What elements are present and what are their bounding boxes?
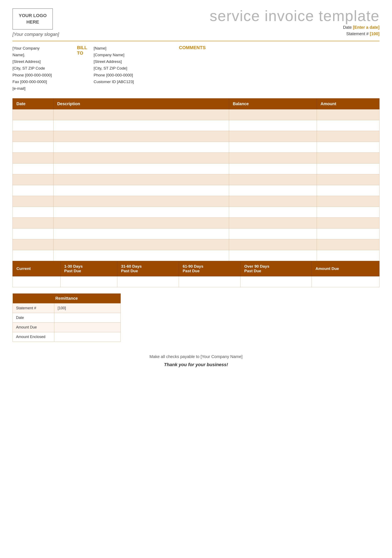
statement-label: Statement #	[346, 31, 369, 36]
date-value: [Enter a date]	[353, 25, 380, 30]
table-cell-0-3	[317, 109, 379, 120]
table-row	[13, 131, 380, 142]
invoice-table: Date Description Balance Amount	[12, 98, 380, 261]
summary-val-31-60	[117, 276, 179, 287]
company-line2: Name].	[12, 52, 71, 58]
table-cell-0-0	[13, 109, 53, 120]
table-cell-6-0	[13, 174, 53, 185]
remittance-row: Amount Due	[13, 323, 121, 332]
table-cell-9-2	[229, 207, 317, 218]
header-date: Date [Enter a date]	[210, 25, 380, 30]
table-cell-1-1	[53, 120, 229, 131]
table-cell-0-1	[53, 109, 229, 120]
logo-line2: HERE	[26, 19, 39, 25]
table-cell-2-3	[317, 131, 379, 142]
col-header-balance: Balance	[229, 98, 317, 109]
table-row	[13, 109, 380, 120]
company-line5: Phone [000-000-0000]	[12, 72, 71, 78]
remittance-value-1	[54, 313, 121, 323]
summary-val-over90	[241, 276, 312, 287]
summary-col-1-30: 1-30 DaysPast Due	[60, 261, 117, 276]
table-cell-2-1	[53, 131, 229, 142]
remittance-label-0: Statement #	[13, 303, 54, 313]
date-label: Date	[343, 25, 352, 30]
statement-value: [100]	[370, 31, 380, 36]
summary-values-row	[13, 276, 380, 287]
table-cell-5-1	[53, 163, 229, 174]
company-line1: [Your Company	[12, 45, 71, 52]
col-header-amount: Amount	[317, 98, 379, 109]
table-cell-4-3	[317, 152, 379, 163]
table-cell-3-2	[229, 142, 317, 152]
table-row	[13, 185, 380, 196]
col-header-date: Date	[13, 98, 53, 109]
info-section: [Your Company Name]. [Street Address] [C…	[12, 45, 380, 92]
header-right: service invoice template Date [Enter a d…	[210, 8, 380, 36]
remittance-section: Remittance Statement #[100]DateAmount Du…	[12, 294, 121, 342]
table-cell-3-1	[53, 142, 229, 152]
header-divider	[12, 41, 380, 41]
comments-section: COMMENTS	[167, 45, 380, 92]
table-cell-2-2	[229, 131, 317, 142]
comments-label: COMMENTS	[179, 45, 380, 50]
footer-checks: Make all checks payable to [Your Company…	[12, 354, 380, 359]
header-left: YOUR LOGO HERE [Your company slogan]	[12, 8, 59, 37]
table-cell-11-1	[53, 228, 229, 239]
table-row	[13, 239, 380, 250]
table-cell-4-0	[13, 152, 53, 163]
summary-col-31-60: 31-60 DaysPast Due	[117, 261, 179, 276]
table-cell-10-0	[13, 218, 53, 228]
table-cell-10-3	[317, 218, 379, 228]
bill-to-city: [City, ST ZIP Code]	[94, 65, 167, 72]
table-cell-8-2	[229, 196, 317, 207]
logo-line1: YOUR LOGO	[19, 13, 47, 18]
table-cell-8-1	[53, 196, 229, 207]
table-cell-13-1	[53, 250, 229, 261]
table-cell-0-2	[229, 109, 317, 120]
table-cell-9-3	[317, 207, 379, 218]
footer: Make all checks payable to [Your Company…	[12, 354, 380, 367]
table-cell-10-1	[53, 218, 229, 228]
bill-to-street: [Street Address]	[94, 58, 167, 65]
table-row	[13, 218, 380, 228]
table-cell-8-0	[13, 196, 53, 207]
table-header-row: Date Description Balance Amount	[13, 98, 380, 109]
company-line7: [e-mail]	[12, 85, 71, 92]
table-cell-2-0	[13, 131, 53, 142]
table-row	[13, 163, 380, 174]
logo-box: YOUR LOGO HERE	[12, 8, 53, 30]
table-cell-1-3	[317, 120, 379, 131]
table-cell-10-2	[229, 218, 317, 228]
table-cell-11-0	[13, 228, 53, 239]
summary-header-row: Current 1-30 DaysPast Due 31-60 DaysPast…	[13, 261, 380, 276]
table-cell-7-2	[229, 185, 317, 196]
table-cell-5-0	[13, 163, 53, 174]
table-cell-13-3	[317, 250, 379, 261]
table-cell-3-3	[317, 142, 379, 152]
table-cell-12-2	[229, 239, 317, 250]
summary-val-1-30	[60, 276, 117, 287]
col-header-description: Description	[53, 98, 229, 109]
table-row	[13, 207, 380, 218]
page-header: YOUR LOGO HERE [Your company slogan] ser…	[12, 8, 380, 37]
table-row	[13, 120, 380, 131]
table-row	[13, 228, 380, 239]
table-cell-4-2	[229, 152, 317, 163]
summary-col-61-90: 61-90 DaysPast Due	[179, 261, 240, 276]
table-cell-3-0	[13, 142, 53, 152]
remittance-title: Remittance	[13, 294, 121, 304]
table-cell-12-3	[317, 239, 379, 250]
summary-table: Current 1-30 DaysPast Due 31-60 DaysPast…	[12, 261, 380, 287]
table-cell-5-2	[229, 163, 317, 174]
table-row	[13, 142, 380, 152]
table-cell-11-3	[317, 228, 379, 239]
table-cell-6-2	[229, 174, 317, 185]
remittance-label-1: Date	[13, 313, 54, 323]
summary-val-61-90	[179, 276, 240, 287]
table-cell-7-1	[53, 185, 229, 196]
summary-col-current: Current	[13, 261, 60, 276]
company-line3: [Street Address]	[12, 58, 71, 65]
company-info: [Your Company Name]. [Street Address] [C…	[12, 45, 71, 92]
summary-col-amount-due: Amount Due	[312, 261, 380, 276]
table-cell-6-3	[317, 174, 379, 185]
